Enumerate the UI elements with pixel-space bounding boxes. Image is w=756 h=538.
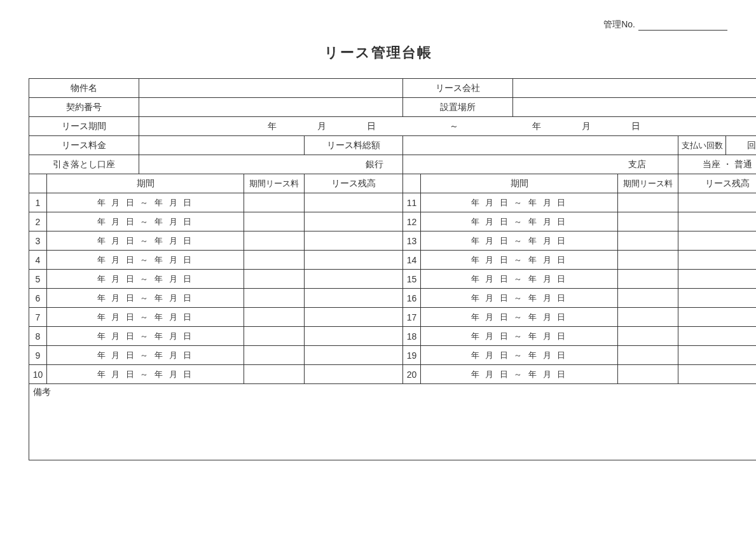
branch-label[interactable]: 支店 [403, 155, 678, 174]
period-range-value[interactable]: 年 月 日 ～ 年 月 日 [47, 270, 244, 289]
row-number: 6 [29, 289, 47, 308]
lease-balance-value[interactable] [678, 251, 757, 270]
period-range-value[interactable]: 年 月 日 ～ 年 月 日 [421, 231, 618, 251]
period-range-value[interactable]: 年 月 日 ～ 年 月 日 [421, 270, 618, 289]
period-lease-fee-value[interactable] [244, 193, 305, 212]
period-lease-fee-value[interactable] [618, 346, 678, 365]
lease-balance-value[interactable] [305, 365, 403, 384]
row-number: 8 [29, 327, 47, 346]
lease-balance-value[interactable] [678, 212, 757, 231]
period-lease-fee-value[interactable] [244, 346, 305, 365]
lease-balance-value[interactable] [305, 327, 403, 346]
lease-balance-value[interactable] [305, 212, 403, 231]
lease-balance-value[interactable] [305, 346, 403, 365]
period-range-value[interactable]: 年 月 日 ～ 年 月 日 [421, 193, 618, 212]
period-lease-fee-value[interactable] [244, 289, 305, 308]
document-header: 管理No. [29, 19, 727, 31]
management-number-field: 管理No. [603, 19, 727, 31]
lease-balance-value[interactable] [678, 365, 757, 384]
lease-balance-value[interactable] [305, 251, 403, 270]
lease-balance-value[interactable] [678, 327, 757, 346]
bank-label[interactable]: 銀行 [139, 155, 403, 174]
period-range-value[interactable]: 年 月 日 ～ 年 月 日 [47, 346, 244, 365]
period-lease-fee-value[interactable] [244, 365, 305, 384]
period-range-value[interactable]: 年 月 日 ～ 年 月 日 [421, 212, 618, 231]
period-lease-fee-value[interactable] [244, 212, 305, 231]
lease-fee-value[interactable] [139, 136, 305, 155]
period-range-value[interactable]: 年 月 日 ～ 年 月 日 [47, 327, 244, 346]
period-range-value[interactable]: 年 月 日 ～ 年 月 日 [421, 308, 618, 327]
period-lease-fee-value[interactable] [244, 327, 305, 346]
row-number-header-right [403, 174, 421, 193]
table-row: 8年 月 日 ～ 年 月 日18年 月 日 ～ 年 月 日 [29, 327, 757, 346]
period-lease-fee-value[interactable] [244, 251, 305, 270]
period-lease-fee-value[interactable] [618, 251, 678, 270]
row-number: 14 [403, 251, 421, 270]
row-number-header-left [29, 174, 47, 193]
management-number-value[interactable] [638, 19, 727, 31]
period-range-value[interactable]: 年 月 日 ～ 年 月 日 [47, 193, 244, 212]
period-lease-fee-value[interactable] [618, 289, 678, 308]
period-lease-fee-value[interactable] [618, 327, 678, 346]
lease-company-value[interactable] [513, 79, 757, 98]
period-range-value[interactable]: 年 月 日 ～ 年 月 日 [421, 346, 618, 365]
row-number: 4 [29, 251, 47, 270]
lease-balance-value[interactable] [678, 346, 757, 365]
remarks-cell[interactable]: 備考 [29, 384, 757, 460]
lease-balance-value[interactable] [678, 270, 757, 289]
lease-period-value[interactable]: 年 月 日 ～ 年 月 日 [139, 117, 757, 136]
period-range-value[interactable]: 年 月 日 ～ 年 月 日 [421, 289, 618, 308]
period-range-value[interactable]: 年 月 日 ～ 年 月 日 [47, 231, 244, 251]
installation-location-label: 設置場所 [403, 98, 513, 117]
lease-balance-value[interactable] [305, 308, 403, 327]
table-row: 2年 月 日 ～ 年 月 日12年 月 日 ～ 年 月 日 [29, 212, 757, 231]
period-lease-fee-value[interactable] [618, 270, 678, 289]
lease-balance-value[interactable] [305, 270, 403, 289]
lease-balance-value[interactable] [678, 231, 757, 251]
period-range-value[interactable]: 年 月 日 ～ 年 月 日 [47, 212, 244, 231]
lease-fee-total-value[interactable] [403, 136, 678, 155]
lease-balance-value[interactable] [305, 289, 403, 308]
payment-count-value[interactable]: 回 [726, 136, 757, 155]
row-number: 7 [29, 308, 47, 327]
lease-company-label: リース会社 [403, 79, 513, 98]
withdrawal-account-label: 引き落とし口座 [29, 155, 139, 174]
lease-balance-value[interactable] [678, 193, 757, 212]
period-lease-fee-value[interactable] [244, 231, 305, 251]
account-type-label[interactable]: 当座 ・ 普通 [678, 155, 757, 174]
period-range-value[interactable]: 年 月 日 ～ 年 月 日 [421, 365, 618, 384]
period-lease-fee-value[interactable] [618, 212, 678, 231]
row-number: 2 [29, 212, 47, 231]
row-number: 12 [403, 212, 421, 231]
lease-balance-value[interactable] [678, 308, 757, 327]
lease-balance-header-right: リース残高 [678, 174, 757, 193]
period-range-value[interactable]: 年 月 日 ～ 年 月 日 [47, 365, 244, 384]
period-range-value[interactable]: 年 月 日 ～ 年 月 日 [47, 289, 244, 308]
period-lease-fee-value[interactable] [618, 231, 678, 251]
period-lease-fee-value[interactable] [244, 270, 305, 289]
row-number: 9 [29, 346, 47, 365]
lease-balance-value[interactable] [678, 289, 757, 308]
period-range-value[interactable]: 年 月 日 ～ 年 月 日 [421, 251, 618, 270]
installation-location-value[interactable] [513, 98, 757, 117]
period-lease-fee-value[interactable] [618, 365, 678, 384]
row-number: 15 [403, 270, 421, 289]
row-number: 10 [29, 365, 47, 384]
table-row: 4年 月 日 ～ 年 月 日14年 月 日 ～ 年 月 日 [29, 251, 757, 270]
property-name-value[interactable] [139, 79, 403, 98]
property-name-label: 物件名 [29, 79, 139, 98]
period-range-value[interactable]: 年 月 日 ～ 年 月 日 [421, 327, 618, 346]
lease-balance-value[interactable] [305, 231, 403, 251]
period-range-value[interactable]: 年 月 日 ～ 年 月 日 [47, 308, 244, 327]
row-number: 5 [29, 270, 47, 289]
lease-balance-header-left: リース残高 [305, 174, 403, 193]
contract-number-value[interactable] [139, 98, 403, 117]
lease-balance-value[interactable] [305, 193, 403, 212]
period-lease-fee-value[interactable] [244, 308, 305, 327]
period-header-left: 期間 [47, 174, 244, 193]
row-number: 17 [403, 308, 421, 327]
contract-number-label: 契約番号 [29, 98, 139, 117]
period-lease-fee-value[interactable] [618, 193, 678, 212]
period-range-value[interactable]: 年 月 日 ～ 年 月 日 [47, 251, 244, 270]
period-lease-fee-value[interactable] [618, 308, 678, 327]
